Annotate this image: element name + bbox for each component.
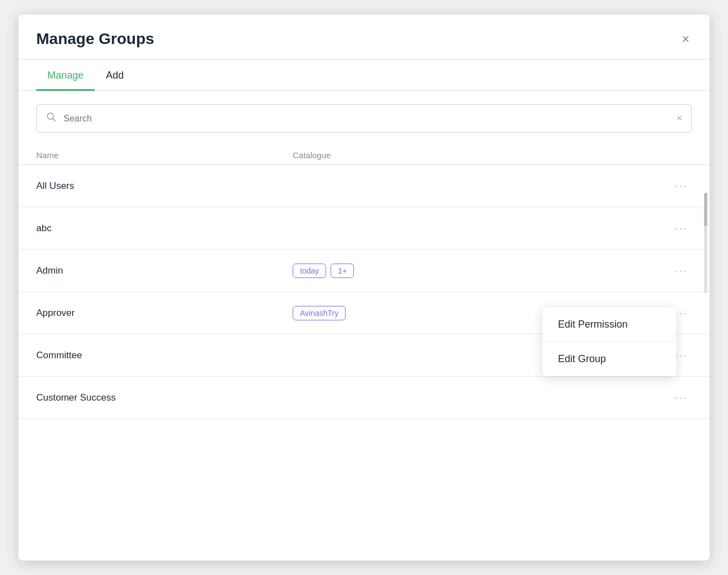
manage-groups-modal: Manage Groups × Manage Add × Name Catalo… <box>18 14 710 561</box>
edit-permission-button[interactable]: Edit Permission <box>542 308 676 342</box>
column-header-catalogue: Catalogue <box>293 150 658 160</box>
scrollbar-thumb[interactable] <box>704 193 707 226</box>
group-name: Committee <box>36 350 293 361</box>
edit-group-button[interactable]: Edit Group <box>542 342 676 376</box>
group-name: Approver <box>36 308 293 319</box>
catalogue-tag: 1+ <box>331 264 354 278</box>
row-actions: ··· <box>658 262 692 279</box>
context-menu: Edit Permission Edit Group <box>542 308 676 376</box>
row-actions: ··· <box>658 220 692 237</box>
more-options-button[interactable]: ··· <box>670 220 692 237</box>
column-header-actions <box>658 150 692 160</box>
search-clear-button[interactable]: × <box>676 113 682 124</box>
group-name: Admin <box>36 265 293 276</box>
more-options-button[interactable]: ··· <box>670 262 692 279</box>
tab-manage[interactable]: Manage <box>36 60 95 91</box>
table-row: Customer Success ··· <box>18 377 710 419</box>
tab-add[interactable]: Add <box>95 60 135 91</box>
group-catalogue: today 1+ <box>293 264 658 278</box>
group-name: All Users <box>36 181 293 192</box>
catalogue-tag: today <box>293 264 326 278</box>
table-header: Name Catalogue <box>18 146 710 165</box>
table-row: Approver AvinashTry ··· Edit Permission … <box>18 292 710 334</box>
more-options-button[interactable]: ··· <box>670 389 692 406</box>
search-icon <box>46 111 57 125</box>
table-row: All Users ··· <box>18 165 710 207</box>
close-button[interactable]: × <box>680 30 692 48</box>
modal-header: Manage Groups × <box>18 14 710 60</box>
tabs-container: Manage Add <box>18 60 710 91</box>
column-header-name: Name <box>36 150 293 160</box>
table-row: abc ··· <box>18 207 710 250</box>
group-name: abc <box>36 223 293 234</box>
catalogue-tag: AvinashTry <box>293 306 346 320</box>
more-options-button[interactable]: ··· <box>670 177 692 194</box>
search-container: × <box>36 104 692 133</box>
table-row: Admin today 1+ ··· <box>18 250 710 292</box>
row-actions: ··· <box>658 389 692 406</box>
search-input[interactable] <box>64 114 676 124</box>
group-name: Customer Success <box>36 392 293 403</box>
modal-title: Manage Groups <box>36 30 154 48</box>
row-actions: ··· <box>658 177 692 194</box>
svg-line-1 <box>53 119 56 121</box>
scrollbar-track <box>704 193 707 293</box>
